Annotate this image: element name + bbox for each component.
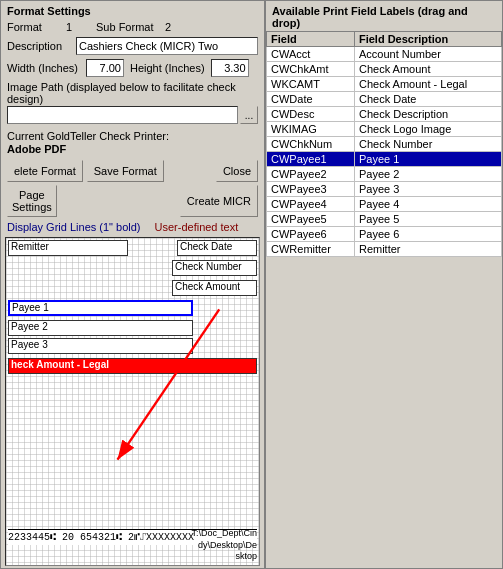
format-value: 1 [66, 21, 84, 33]
field-name-cell: CWDate [267, 92, 355, 107]
field-table-row[interactable]: CWDateCheck Date [267, 92, 502, 107]
width-input[interactable] [86, 59, 124, 77]
field-table-row[interactable]: CWPayee5Payee 5 [267, 212, 502, 227]
field-description-cell: Payee 4 [354, 197, 501, 212]
col-field-header: Field [267, 32, 355, 47]
field-name-cell: CWChkAmt [267, 62, 355, 77]
field-description-cell: Account Number [354, 47, 501, 62]
field-description-cell: Payee 5 [354, 212, 501, 227]
width-label: Width (Inches) [7, 62, 82, 74]
field-table-row[interactable]: WKCAMTCheck Amount - Legal [267, 77, 502, 92]
field-name-cell: CWPayee2 [267, 167, 355, 182]
field-table-row[interactable]: CWChkAmtCheck Amount [267, 62, 502, 77]
col-description-header: Field Description [354, 32, 501, 47]
sub-format-value: 2 [165, 21, 183, 33]
field-name-cell: CWPayee4 [267, 197, 355, 212]
field-name-cell: WKIMAG [267, 122, 355, 137]
field-name-cell: CWAcct [267, 47, 355, 62]
description-input[interactable] [76, 37, 258, 55]
description-label: Description [7, 40, 72, 52]
image-path-input[interactable] [7, 106, 238, 124]
field-table-row[interactable]: CWPayee2Payee 2 [267, 167, 502, 182]
field-name-cell: CWRemitter [267, 242, 355, 257]
field-name-cell: CWDesc [267, 107, 355, 122]
close-button[interactable]: Close [216, 160, 258, 182]
field-name-cell: CWPayee6 [267, 227, 355, 242]
field-table-row[interactable]: WKIMAGCheck Logo Image [267, 122, 502, 137]
format-settings-title: Format Settings [1, 1, 264, 19]
field-description-cell: Payee 3 [354, 182, 501, 197]
field-labels-title: Available Print Field Labels (drag and d… [266, 1, 502, 31]
path-display: T:\Doc_Dept\Cin dy\Desktop\De sktop [191, 528, 257, 563]
format-label: Format [7, 21, 62, 33]
legal-amount-field[interactable]: heck Amount - Legal [8, 358, 257, 374]
field-table-row[interactable]: CWPayee6Payee 6 [267, 227, 502, 242]
save-format-button[interactable]: Save Format [87, 160, 164, 182]
field-name-cell: WKCAMT [267, 77, 355, 92]
format-row: Format 1 Sub Format 2 [1, 19, 264, 35]
image-path-row: ... [1, 105, 264, 126]
field-description-cell: Check Amount - Legal [354, 77, 501, 92]
create-micr-button[interactable]: Create MICR [180, 185, 258, 217]
field-table-row[interactable]: CWPayee1Payee 1 [267, 152, 502, 167]
field-table-row[interactable]: CWPayee4Payee 4 [267, 197, 502, 212]
sub-format-label: Sub Format [96, 21, 161, 33]
field-description-cell: Check Logo Image [354, 122, 501, 137]
buttons-row: elete Format Save Format Close [1, 157, 264, 185]
field-name-cell: CWPayee1 [267, 152, 355, 167]
field-labels-table: Field Field Description CWAcctAccount Nu… [266, 31, 502, 257]
check-grid: Remitter Check Date Check Number Check A… [6, 238, 259, 565]
checknumber-field[interactable]: Check Number [172, 260, 257, 276]
grid-lines-row: Display Grid Lines (1" bold) User-define… [1, 219, 264, 235]
payee1-field[interactable]: Payee 1 [8, 300, 193, 316]
checkdate-field[interactable]: Check Date [177, 240, 257, 256]
field-description-cell: Check Number [354, 137, 501, 152]
field-table-row[interactable]: CWPayee3Payee 3 [267, 182, 502, 197]
page-settings-button[interactable]: Page Settings [7, 185, 57, 217]
grid-lines-label: Display Grid Lines (1" bold) [7, 221, 141, 233]
field-description-cell: Check Date [354, 92, 501, 107]
field-description-cell: Check Description [354, 107, 501, 122]
field-description-cell: Remitter [354, 242, 501, 257]
field-name-cell: CWPayee3 [267, 182, 355, 197]
check-design-area[interactable]: Remitter Check Date Check Number Check A… [5, 237, 260, 566]
left-panel: Format Settings Format 1 Sub Format 2 De… [0, 0, 265, 569]
browse-button[interactable]: ... [240, 106, 258, 124]
field-table-row[interactable]: CWAcctAccount Number [267, 47, 502, 62]
goldteller-label: Current GoldTeller Check Printer: [1, 126, 264, 143]
payee2-field[interactable]: Payee 2 [8, 320, 193, 336]
field-table-row[interactable]: CWRemitterRemitter [267, 242, 502, 257]
dimensions-row: Width (Inches) Height (Inches) [1, 57, 264, 79]
height-input[interactable] [211, 59, 249, 77]
field-name-cell: CWChkNum [267, 137, 355, 152]
right-panel: Available Print Field Labels (drag and d… [265, 0, 503, 569]
user-defined-label: User-defined text [155, 221, 239, 233]
image-path-label: Image Path (displayed below to facilitat… [1, 79, 264, 105]
remitter-field[interactable]: Remitter [8, 240, 128, 256]
field-name-cell: CWPayee5 [267, 212, 355, 227]
checkamount-field[interactable]: Check Amount [172, 280, 257, 296]
field-description-cell: Payee 2 [354, 167, 501, 182]
field-table-row[interactable]: CWDescCheck Description [267, 107, 502, 122]
delete-format-button[interactable]: elete Format [7, 160, 83, 182]
field-description-cell: Check Amount [354, 62, 501, 77]
field-table-row[interactable]: CWChkNumCheck Number [267, 137, 502, 152]
printer-name: Adobe PDF [1, 143, 264, 157]
payee3-field[interactable]: Payee 3 [8, 338, 193, 354]
page-create-row: Page Settings Create MICR [1, 185, 264, 219]
height-label: Height (Inches) [130, 62, 205, 74]
field-description-cell: Payee 1 [354, 152, 501, 167]
field-description-cell: Payee 6 [354, 227, 501, 242]
description-row: Description [1, 35, 264, 57]
